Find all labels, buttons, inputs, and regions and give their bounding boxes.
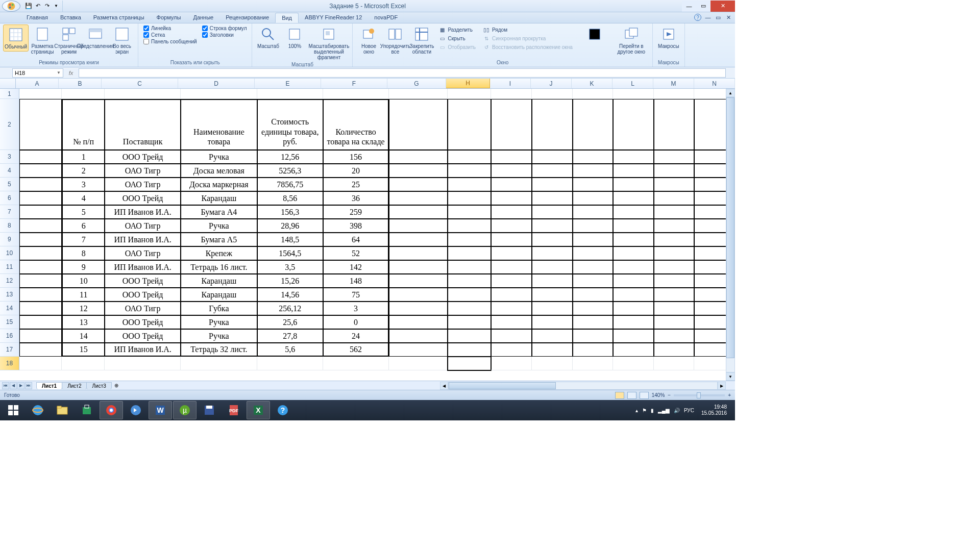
tray-language[interactable]: РУС [684, 408, 694, 413]
cell[interactable] [573, 357, 614, 370]
zoom-in-icon[interactable]: + [728, 392, 731, 398]
cell[interactable] [532, 274, 573, 288]
messagebar-checkbox[interactable]: Панель сообщений [143, 39, 197, 44]
cell[interactable]: Доска маркерная [181, 178, 257, 191]
cell[interactable] [573, 343, 614, 357]
cell[interactable] [19, 260, 62, 274]
view-fullscreen-button[interactable]: Во весь экран [109, 24, 135, 56]
cell[interactable]: Тетрадь 32 лист. [181, 343, 257, 357]
cell[interactable]: ООО Трейд [105, 274, 181, 288]
cell[interactable] [181, 89, 257, 99]
row-header-6[interactable]: 6 [0, 191, 19, 205]
sheet-last-icon[interactable]: ⏭ [25, 382, 32, 389]
minimize-ribbon-icon[interactable]: — [704, 14, 712, 21]
cell[interactable] [532, 302, 573, 315]
cell[interactable] [491, 150, 532, 164]
cell[interactable]: 15 [62, 343, 105, 357]
cell[interactable] [654, 89, 695, 99]
cell[interactable] [448, 89, 492, 99]
cell[interactable]: ООО Трейд [105, 150, 181, 164]
cell[interactable]: 52 [323, 246, 389, 260]
column-header-A[interactable]: A [16, 79, 59, 88]
cell[interactable]: ОАО Тигр [105, 246, 181, 260]
cell[interactable] [323, 89, 389, 99]
cell[interactable]: ОАО Тигр [105, 302, 181, 315]
cell[interactable] [532, 191, 573, 205]
cell[interactable] [532, 260, 573, 274]
cell[interactable]: ООО Трейд [105, 191, 181, 205]
cell[interactable] [613, 343, 654, 357]
cell[interactable] [491, 315, 532, 329]
cell[interactable] [573, 205, 614, 219]
cell[interactable] [448, 260, 492, 274]
cell[interactable] [532, 178, 573, 191]
zoom-100-button[interactable]: 100% [282, 24, 307, 51]
cell[interactable] [532, 315, 573, 329]
cell[interactable]: 12,56 [257, 150, 323, 164]
cell[interactable]: 13 [62, 315, 105, 329]
cell[interactable] [19, 178, 62, 191]
cell[interactable]: Наименование товара [181, 99, 257, 150]
taskbar-ie-icon[interactable] [26, 401, 50, 419]
ruler-checkbox[interactable]: Линейка [143, 26, 197, 31]
cell[interactable]: ИП Иванов И.А. [105, 205, 181, 219]
tab-abbyy-finereader-12[interactable]: ABBYY FineReader 12 [299, 13, 368, 23]
new-window-button[interactable]: Новое окно [356, 24, 381, 56]
cell[interactable] [257, 357, 323, 370]
active-cell[interactable] [448, 357, 492, 370]
cell[interactable] [389, 89, 447, 99]
cell[interactable] [448, 233, 492, 246]
scroll-down-icon[interactable]: ▼ [726, 372, 735, 381]
cell[interactable] [654, 191, 695, 205]
cell[interactable]: 12 [62, 302, 105, 315]
cell[interactable] [448, 274, 492, 288]
cell[interactable] [573, 260, 614, 274]
start-button[interactable] [2, 401, 25, 419]
taskbar-chrome-icon[interactable] [100, 401, 123, 419]
macros-button[interactable]: Макросы [656, 24, 681, 51]
new-sheet-icon[interactable]: ⊕ [114, 383, 118, 388]
cell[interactable] [613, 99, 654, 150]
cell[interactable]: 10 [62, 274, 105, 288]
taskbar-help-icon[interactable]: ? [271, 401, 295, 419]
tab-рецензирование[interactable]: Рецензирование [219, 13, 275, 23]
zoom-out-icon[interactable]: − [668, 392, 671, 398]
view-custom-button[interactable]: Представления [83, 24, 108, 51]
zoom-selection-button[interactable]: Масштабировать выделенный фрагмент [308, 24, 349, 62]
cell[interactable] [532, 329, 573, 343]
page-break-view-btn[interactable] [640, 392, 649, 399]
help-icon[interactable]: ? [694, 14, 701, 21]
cell[interactable] [19, 246, 62, 260]
cell[interactable]: 8,56 [257, 191, 323, 205]
cell[interactable] [105, 89, 181, 99]
cell[interactable] [654, 288, 695, 302]
cell[interactable]: Бумага А5 [181, 233, 257, 246]
cell[interactable] [448, 343, 492, 357]
tray-clock[interactable]: 19:4815.05.2016 [698, 403, 730, 417]
row-header-2[interactable]: 2 [0, 99, 19, 150]
cell[interactable] [19, 89, 62, 99]
cell[interactable]: 4 [62, 191, 105, 205]
column-header-D[interactable]: D [178, 79, 255, 88]
cell[interactable] [613, 260, 654, 274]
cell[interactable]: ООО Трейд [105, 315, 181, 329]
sheet-prev-icon[interactable]: ◀ [10, 382, 17, 389]
cell[interactable]: 7856,75 [257, 178, 323, 191]
cell[interactable]: 3 [323, 302, 389, 315]
tab-вставка[interactable]: Вставка [54, 13, 87, 23]
minimize-button[interactable]: — [682, 1, 696, 12]
cell[interactable] [181, 357, 257, 370]
select-all-corner[interactable] [0, 79, 16, 88]
cell[interactable] [573, 302, 614, 315]
cell[interactable] [613, 150, 654, 164]
cell[interactable] [491, 99, 532, 150]
cell[interactable] [491, 219, 532, 233]
cell[interactable]: 1564,5 [257, 246, 323, 260]
cell[interactable]: 8 [62, 246, 105, 260]
arrange-all-button[interactable]: Упорядочить все [382, 24, 408, 56]
cell[interactable]: Тетрадь 16 лист. [181, 260, 257, 274]
cell[interactable] [532, 357, 573, 370]
column-header-K[interactable]: K [572, 79, 612, 88]
cell[interactable] [448, 302, 492, 315]
cell[interactable] [62, 89, 105, 99]
